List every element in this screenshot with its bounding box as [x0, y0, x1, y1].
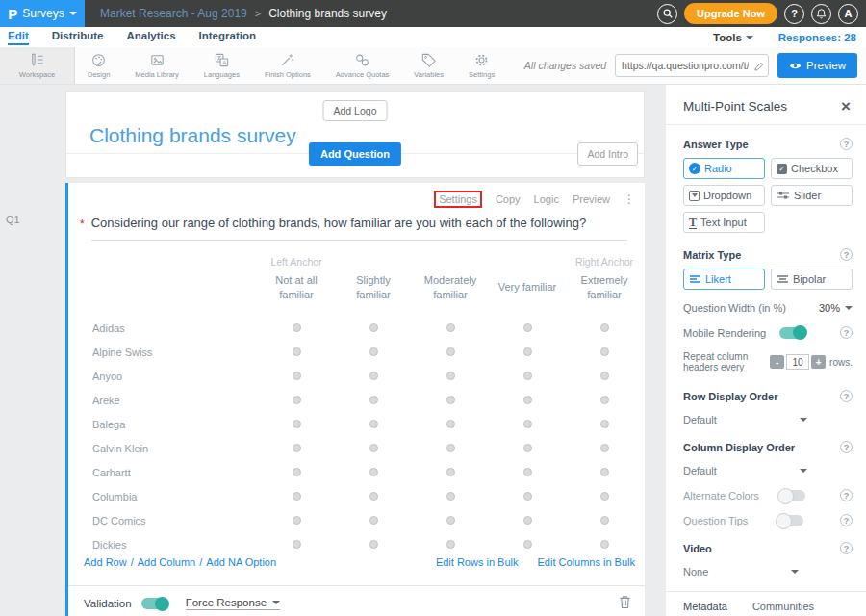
radio-button[interactable]: [446, 372, 455, 380]
help-icon[interactable]: ?: [840, 514, 853, 526]
radio-button[interactable]: [369, 516, 378, 525]
video-dropdown[interactable]: None: [683, 566, 853, 578]
column-header[interactable]: Not at all familiar: [258, 273, 335, 302]
radio-button[interactable]: [446, 323, 455, 332]
radio-button[interactable]: [369, 396, 378, 404]
radio-button[interactable]: [523, 372, 532, 380]
radio-button[interactable]: [293, 347, 301, 356]
help-icon[interactable]: ?: [840, 390, 853, 402]
radio-button[interactable]: [600, 444, 609, 452]
answer-type-checkbox[interactable]: ✓Checkbox: [771, 158, 853, 179]
toolbar-item-settings[interactable]: Settings: [456, 47, 507, 84]
radio-button[interactable]: [523, 444, 532, 452]
more-options-icon[interactable]: ⋮: [624, 192, 635, 206]
radio-button[interactable]: [369, 347, 378, 356]
delete-question-button[interactable]: [619, 595, 631, 613]
column-header[interactable]: Extremely familiar: [566, 273, 643, 302]
radio-button[interactable]: [369, 444, 378, 452]
radio-button[interactable]: [293, 420, 301, 428]
row-label[interactable]: Areke: [68, 395, 258, 406]
toolbar-item-advance-quotas[interactable]: Advance Quotas: [323, 47, 401, 84]
help-icon[interactable]: ?: [840, 441, 853, 453]
radio-button[interactable]: [446, 468, 455, 476]
radio-button[interactable]: [523, 516, 532, 525]
help-button[interactable]: ?: [784, 4, 804, 24]
radio-button[interactable]: [523, 492, 532, 500]
radio-button[interactable]: [600, 468, 609, 476]
avatar[interactable]: A: [838, 4, 858, 24]
radio-button[interactable]: [293, 468, 301, 476]
help-icon[interactable]: ?: [840, 248, 853, 261]
row-label[interactable]: Alpine Swiss: [68, 346, 258, 358]
add-logo-button[interactable]: Add Logo: [323, 100, 388, 121]
radio-button[interactable]: [369, 468, 378, 476]
question-preview-button[interactable]: Preview: [573, 193, 610, 205]
answer-type-text-input[interactable]: TText Input: [683, 212, 765, 233]
column-header[interactable]: Slightly familiar: [335, 273, 412, 302]
radio-button[interactable]: [523, 540, 532, 549]
add-column-link[interactable]: Add Column: [138, 556, 196, 568]
question-logic-button[interactable]: Logic: [534, 193, 559, 205]
radio-button[interactable]: [293, 492, 301, 500]
answer-type-radio[interactable]: ✓Radio: [683, 158, 765, 179]
toolbar-item-variables[interactable]: Variables: [401, 47, 456, 84]
survey-title[interactable]: Clothing brands survey: [89, 124, 296, 147]
radio-button[interactable]: [523, 323, 532, 332]
column-header[interactable]: Very familiar: [489, 280, 566, 295]
radio-button[interactable]: [446, 420, 455, 428]
radio-button[interactable]: [369, 540, 378, 549]
breadcrumb-folder[interactable]: Market Research - Aug 2019: [100, 7, 247, 20]
radio-button[interactable]: [446, 540, 455, 549]
radio-button[interactable]: [600, 420, 609, 428]
radio-button[interactable]: [600, 516, 609, 525]
radio-button[interactable]: [446, 516, 455, 525]
question-settings-button[interactable]: Settings: [434, 191, 482, 208]
radio-button[interactable]: [600, 492, 609, 500]
radio-button[interactable]: [523, 420, 532, 428]
radio-button[interactable]: [523, 396, 532, 404]
tools-menu[interactable]: Tools: [713, 32, 753, 43]
row-label[interactable]: Dickies: [68, 539, 258, 551]
radio-button[interactable]: [446, 347, 455, 356]
answer-type-dropdown[interactable]: Dropdown: [683, 185, 765, 206]
toolbar-item-languages[interactable]: A Languages: [191, 47, 252, 84]
row-label[interactable]: Anyoo: [68, 371, 258, 382]
radio-button[interactable]: [600, 347, 609, 356]
search-button[interactable]: [657, 4, 677, 24]
upgrade-now-button[interactable]: Upgrade Now: [684, 3, 777, 24]
alternate-colors-toggle[interactable]: [778, 490, 805, 501]
row-label[interactable]: Adidas: [68, 322, 258, 334]
toolbar-item-workspace[interactable]: Workspace: [0, 47, 75, 84]
responses-link[interactable]: Responses: 28: [778, 32, 856, 43]
radio-button[interactable]: [293, 372, 301, 380]
radio-button[interactable]: [369, 492, 378, 500]
decrement-button[interactable]: -: [770, 355, 784, 369]
radio-button[interactable]: [293, 516, 301, 525]
toolbar-item-design[interactable]: Design: [75, 47, 122, 84]
row-label[interactable]: DC Comics: [68, 515, 258, 526]
radio-button[interactable]: [523, 468, 532, 476]
add-na-option-link[interactable]: Add NA Option: [206, 556, 276, 568]
toolbar-item-finish-options[interactable]: Finish Options: [252, 47, 323, 84]
edit-rows-in-bulk-link[interactable]: Edit Rows in Bulk: [436, 556, 519, 568]
row-label[interactable]: Carhartt: [68, 467, 258, 478]
radio-button[interactable]: [446, 492, 455, 500]
question-tips-toggle[interactable]: [777, 515, 803, 526]
help-icon[interactable]: ?: [840, 138, 853, 150]
tab-distribute[interactable]: Distribute: [52, 30, 104, 45]
radio-button[interactable]: [369, 420, 378, 428]
column-header[interactable]: Moderately familiar: [412, 273, 489, 302]
radio-button[interactable]: [600, 396, 609, 404]
matrix-type-likert[interactable]: Likert: [683, 269, 765, 290]
add-question-button[interactable]: Add Question: [309, 142, 401, 166]
tab-integration[interactable]: Integration: [199, 30, 256, 45]
close-icon[interactable]: ×: [841, 98, 851, 115]
help-icon[interactable]: ?: [840, 326, 853, 339]
question-width-value[interactable]: 30%: [819, 302, 840, 314]
radio-button[interactable]: [369, 372, 378, 380]
breadcrumb-survey-name[interactable]: Clothing brands survey: [268, 7, 387, 20]
row-label[interactable]: Balega: [68, 419, 258, 430]
radio-button[interactable]: [369, 323, 378, 332]
radio-button[interactable]: [523, 347, 532, 356]
radio-button[interactable]: [446, 396, 455, 404]
